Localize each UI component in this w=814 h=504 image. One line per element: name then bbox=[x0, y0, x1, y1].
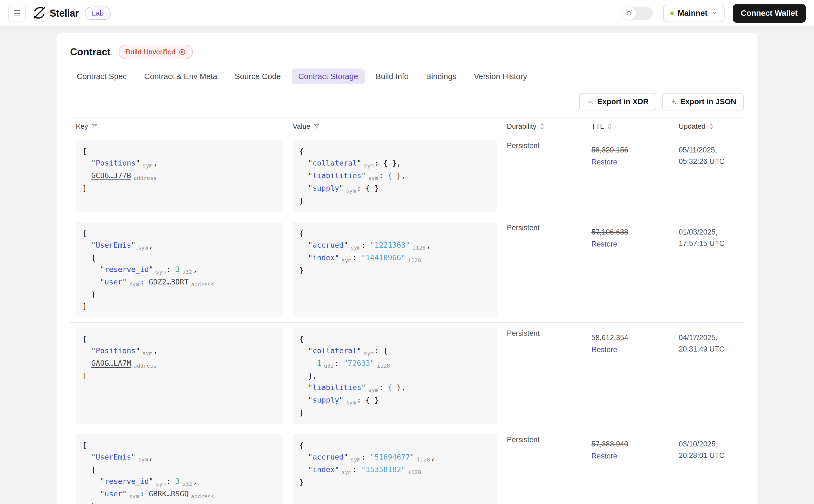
tab-version-history[interactable]: Version History bbox=[467, 68, 534, 84]
durability-cell: Persistent bbox=[501, 323, 586, 429]
code-text: " bbox=[299, 253, 313, 262]
export-in-json-button[interactable]: Export in JSON bbox=[662, 93, 744, 110]
code-line: GCU6…J77Baddress bbox=[82, 170, 276, 182]
code-line: } bbox=[82, 289, 276, 300]
code-text: , bbox=[153, 159, 157, 167]
tab-source-code[interactable]: Source Code bbox=[228, 68, 287, 84]
value-type-label: sym bbox=[364, 162, 374, 169]
code-text: " bbox=[299, 241, 313, 249]
code-line: }, bbox=[299, 370, 490, 382]
json-key: index bbox=[313, 253, 335, 262]
code-line: } bbox=[299, 195, 490, 206]
durability-cell: Persistent bbox=[501, 217, 586, 322]
connect-wallet-button[interactable]: Connect Wallet bbox=[733, 4, 806, 23]
value-type-label: i128 bbox=[408, 469, 421, 475]
code-text: " bbox=[82, 477, 104, 485]
code-text: { bbox=[299, 147, 304, 155]
code-text: : bbox=[352, 253, 361, 262]
export-in-xdr-button[interactable]: Export in XDR bbox=[579, 93, 656, 110]
address-link[interactable]: GAOG…LA7M bbox=[91, 359, 131, 367]
code-line: } bbox=[299, 476, 490, 488]
updated-cell: 04/17/2025,20:31:49 UTC bbox=[673, 323, 746, 429]
updated-date: 01/03/2025, bbox=[679, 226, 746, 238]
restore-link[interactable]: Restore bbox=[591, 156, 617, 168]
code-text bbox=[82, 171, 91, 180]
page-title: Contract bbox=[70, 46, 110, 58]
code-text: : { }, bbox=[379, 171, 406, 180]
value-type-label: sym bbox=[368, 175, 378, 181]
table-row: [ "UserEmis"sym, { "reserve_id"sym: 3u32… bbox=[70, 429, 744, 504]
code-line: "user"sym: GBRK…RSGQaddress bbox=[82, 488, 276, 500]
address-link[interactable]: GCU6…J77B bbox=[91, 171, 131, 180]
value-code-box: { "collateral"sym: { }, "liabilities"sym… bbox=[293, 140, 497, 212]
value-cell: { "accrued"sym: "51694677"i128, "index"s… bbox=[287, 429, 501, 504]
ttl-cell: 58,329,156Restore bbox=[586, 135, 673, 217]
tab-contract-env-meta[interactable]: Contract & Env Meta bbox=[138, 68, 224, 84]
code-text bbox=[299, 359, 317, 367]
column-header-ttl: TTL bbox=[586, 118, 673, 135]
filter-icon[interactable] bbox=[91, 123, 97, 129]
code-line: } bbox=[299, 264, 490, 276]
code-text: " bbox=[299, 184, 313, 192]
x-circle-icon[interactable] bbox=[179, 49, 186, 56]
stellar-logo[interactable]: Stellar bbox=[33, 6, 79, 20]
table-row: [ "UserEmis"sym, { "reserve_id"sym: 3u32… bbox=[70, 217, 744, 323]
ttl-cell: 58,612,354Restore bbox=[586, 323, 673, 429]
value-type-label: sym bbox=[156, 269, 166, 275]
code-text: " bbox=[136, 159, 140, 167]
sort-icon[interactable] bbox=[709, 123, 714, 130]
code-line: "Positions"sym, bbox=[82, 345, 276, 357]
json-key: collateral bbox=[313, 346, 357, 355]
tab-contract-storage[interactable]: Contract Storage bbox=[292, 68, 365, 84]
theme-toggle[interactable] bbox=[622, 7, 653, 20]
table-header: KeyValueDurabilityTTLUpdated bbox=[70, 118, 744, 135]
network-status-dot bbox=[670, 11, 674, 15]
updated-time: 05:32:26 UTC bbox=[679, 156, 746, 167]
tab-build-info[interactable]: Build Info bbox=[369, 68, 415, 84]
code-text: " bbox=[357, 346, 361, 355]
sort-icon[interactable] bbox=[607, 123, 612, 130]
restore-link[interactable]: Restore bbox=[591, 450, 617, 462]
ttl-value: 57,106,638 bbox=[591, 222, 673, 238]
code-text: , bbox=[193, 477, 197, 485]
filter-icon[interactable] bbox=[314, 123, 320, 129]
restore-link[interactable]: Restore bbox=[591, 344, 617, 355]
code-text: : bbox=[352, 465, 361, 474]
updated-cell: 01/03/2025,17:57:15 UTC bbox=[673, 217, 746, 322]
json-key: supply bbox=[313, 184, 339, 192]
code-text: , bbox=[149, 241, 153, 249]
download-icon bbox=[587, 98, 593, 105]
code-text: { bbox=[299, 335, 304, 343]
value-type-label: address bbox=[191, 281, 214, 288]
hamburger-menu-button[interactable] bbox=[8, 5, 26, 22]
code-line: "accrued"sym: "1221363"i128, bbox=[299, 239, 490, 252]
code-text: " bbox=[136, 346, 140, 355]
code-text: [ bbox=[82, 335, 87, 343]
code-text: [ bbox=[82, 441, 87, 449]
code-text: " bbox=[299, 159, 313, 167]
sort-icon[interactable] bbox=[540, 123, 544, 130]
network-selector[interactable]: Mainnet bbox=[663, 5, 725, 22]
code-text: " bbox=[299, 453, 313, 461]
address-link[interactable]: GBRK…RSGQ bbox=[149, 490, 188, 498]
json-key: liabilities bbox=[313, 171, 361, 180]
code-line: "user"sym: GDZ2…3DRTaddress bbox=[82, 276, 276, 289]
brand-name: Stellar bbox=[50, 8, 79, 19]
code-text: " bbox=[339, 184, 343, 192]
address-link[interactable]: GDZ2…3DRT bbox=[149, 278, 188, 286]
sun-icon bbox=[626, 9, 633, 17]
tab-bindings[interactable]: Bindings bbox=[420, 68, 463, 84]
contract-tabs: Contract SpecContract & Env MetaSource C… bbox=[70, 68, 744, 84]
tab-contract-spec[interactable]: Contract Spec bbox=[70, 68, 133, 84]
code-line: ] bbox=[82, 370, 276, 382]
json-number-value: 3 bbox=[175, 477, 180, 485]
code-line: "reserve_id"sym: 3u32, bbox=[82, 475, 276, 488]
code-text: " bbox=[361, 383, 366, 392]
code-text: : bbox=[166, 477, 175, 485]
restore-link[interactable]: Restore bbox=[591, 238, 617, 250]
code-line: } bbox=[82, 500, 276, 504]
code-text: { bbox=[82, 465, 96, 474]
code-text bbox=[82, 359, 91, 367]
code-line: "index"sym: "14410966"i128 bbox=[299, 252, 490, 264]
value-type-label: sym bbox=[138, 244, 148, 251]
